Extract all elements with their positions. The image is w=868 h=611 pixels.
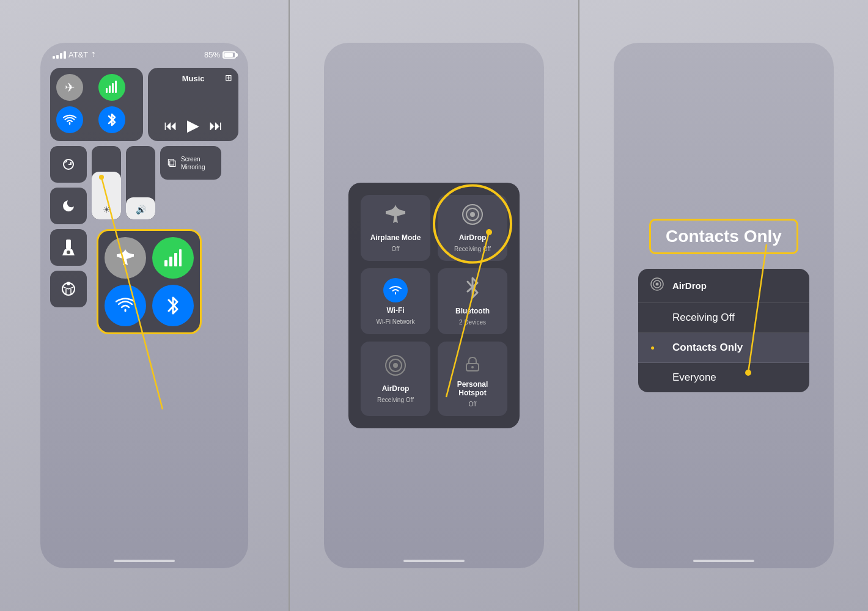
popup-bluetooth-label: Bluetooth bbox=[455, 307, 490, 315]
panel-1: AT&T ⇡ 85% ✈ bbox=[0, 0, 289, 611]
moon-icon bbox=[61, 199, 76, 213]
next-btn[interactable]: ⏭ bbox=[209, 118, 223, 134]
cellular-btn[interactable] bbox=[98, 74, 125, 101]
battery-icon bbox=[223, 51, 236, 59]
prev-btn[interactable]: ⏮ bbox=[164, 118, 177, 134]
orientation-lock-tile[interactable] bbox=[50, 146, 87, 183]
popup-wifi-sub: Wi-Fi Network bbox=[377, 318, 415, 325]
carrier-name: AT&T bbox=[68, 50, 88, 59]
svg-point-27 bbox=[656, 283, 659, 286]
side-tiles bbox=[50, 229, 87, 334]
popup-bluetooth-cell[interactable]: Bluetooth 2 Devices bbox=[438, 268, 507, 334]
cc-row-3 bbox=[50, 229, 238, 334]
signal-bar-3 bbox=[60, 53, 62, 59]
wifi-icon bbox=[63, 114, 76, 125]
popup-bluetooth-sub: 2 Devices bbox=[459, 319, 486, 326]
highlighted-connectivity-block bbox=[97, 229, 202, 334]
airplay-icon[interactable]: ⊞ bbox=[225, 73, 232, 82]
airdrop2-icon bbox=[384, 354, 406, 376]
popup-airdrop2-cell[interactable]: AirDrop Receiving Off bbox=[361, 342, 430, 416]
svg-rect-2 bbox=[112, 83, 114, 93]
airdrop-menu-icon bbox=[650, 277, 664, 291]
popup-airdrop2-label: AirDrop bbox=[382, 384, 410, 393]
svg-rect-3 bbox=[115, 81, 117, 93]
airdrop-menu: AirDrop Receiving Off ● Contacts Only Ev… bbox=[638, 269, 809, 392]
bluetooth-large-btn[interactable] bbox=[152, 285, 194, 326]
menu-contacts-only-label: Contacts Only bbox=[672, 342, 743, 354]
play-btn[interactable]: ▶ bbox=[187, 116, 199, 135]
orientation-lock-icon bbox=[61, 157, 76, 172]
menu-airdrop-icon bbox=[650, 277, 664, 294]
popup-wifi-cell[interactable]: Wi-Fi Wi-Fi Network bbox=[361, 268, 430, 334]
volume-slider[interactable]: 🔊 bbox=[126, 146, 155, 219]
popup-airdrop-cell[interactable]: AirDrop Receiving Off bbox=[438, 195, 507, 261]
menu-receiving-off-label: Receiving Off bbox=[672, 312, 735, 324]
status-bar: AT&T ⇡ 85% bbox=[40, 43, 248, 63]
popup-hotspot-label: Personal Hotspot bbox=[443, 380, 502, 397]
wifi-large-btn[interactable] bbox=[105, 285, 146, 326]
popup-wifi-label: Wi-Fi bbox=[386, 306, 404, 315]
panel-3: Contacts Only AirDrop Receiving Off bbox=[578, 0, 868, 611]
home-indicator bbox=[114, 560, 175, 562]
home-indicator-2 bbox=[403, 560, 465, 562]
music-controls: ⏮ ▶ ⏭ bbox=[155, 116, 231, 135]
phone-screen-3: Contacts Only AirDrop Receiving Off bbox=[614, 43, 834, 568]
contacts-only-label: Contacts Only bbox=[649, 219, 798, 254]
popup-airdrop-label: AirDrop bbox=[459, 233, 487, 242]
menu-contacts-only[interactable]: ● Contacts Only bbox=[638, 333, 809, 363]
svg-rect-1 bbox=[109, 86, 111, 93]
battery-area: 85% bbox=[204, 50, 236, 59]
wifi-large-icon bbox=[116, 298, 135, 313]
battery-fill bbox=[224, 53, 233, 57]
screen-mirroring-tile[interactable]: ⧉ ScreenMirroring bbox=[160, 146, 221, 180]
signal-bars bbox=[53, 51, 66, 59]
cellular-large-btn[interactable] bbox=[152, 237, 194, 279]
tile-music: ⊞ Music ⏮ ▶ ⏭ bbox=[148, 68, 238, 141]
flashlight-tile[interactable] bbox=[50, 229, 87, 266]
popup-wifi-icon bbox=[383, 278, 408, 302]
tile-connectivity-top: ✈ bbox=[50, 68, 143, 141]
popup-airplane-cell[interactable]: Airplane Mode Off bbox=[361, 195, 430, 261]
popup-airplane-icon bbox=[384, 203, 406, 230]
airdrop-popup-icon bbox=[462, 203, 484, 225]
cellular-large-icon bbox=[163, 248, 183, 268]
accessibility-tile[interactable] bbox=[50, 271, 87, 307]
svg-rect-0 bbox=[106, 88, 108, 93]
signal-bar-4 bbox=[64, 51, 66, 59]
bluetooth-popup-icon bbox=[465, 277, 480, 299]
bluetooth-large-icon bbox=[167, 296, 179, 315]
wifi-status-icon: ⇡ bbox=[90, 51, 96, 59]
brightness-slider[interactable]: ☀ bbox=[92, 146, 121, 219]
airplane-large-btn[interactable] bbox=[105, 237, 146, 279]
svg-rect-12 bbox=[179, 249, 182, 266]
cc-row-1: ✈ bbox=[50, 68, 238, 141]
cellular-icon bbox=[105, 81, 119, 94]
menu-receiving-off[interactable]: Receiving Off bbox=[638, 303, 809, 333]
airplane-popup-icon bbox=[384, 203, 406, 225]
cc-row-2: ☀ 🔊 ⧉ ScreenMirroring bbox=[50, 146, 238, 224]
menu-contacts-selected-dot: ● bbox=[650, 343, 664, 352]
bluetooth-btn[interactable] bbox=[98, 106, 125, 133]
wifi-btn[interactable] bbox=[56, 106, 83, 133]
airplane-large-icon bbox=[116, 248, 135, 268]
popup-airplane-label: Airplane Mode bbox=[370, 233, 421, 242]
menu-airdrop-label: AirDrop bbox=[672, 280, 707, 291]
do-not-disturb-tile[interactable] bbox=[50, 188, 87, 224]
popup-hotspot-cell[interactable]: Personal Hotspot Off bbox=[438, 342, 507, 416]
phone-screen-1: AT&T ⇡ 85% ✈ bbox=[40, 43, 248, 568]
svg-rect-5 bbox=[66, 240, 71, 249]
airplane-mode-btn[interactable]: ✈ bbox=[56, 74, 83, 101]
svg-rect-11 bbox=[174, 253, 177, 266]
signal-bar-2 bbox=[56, 55, 59, 59]
svg-point-22 bbox=[471, 366, 474, 368]
connectivity-grid-large bbox=[105, 237, 194, 326]
popup-hotspot-icon bbox=[462, 350, 484, 376]
screen-mirroring-icon: ⧉ bbox=[167, 156, 176, 170]
brightness-icon: ☀ bbox=[103, 205, 111, 214]
battery-percent: 85% bbox=[204, 50, 220, 59]
carrier-signal: AT&T ⇡ bbox=[53, 50, 96, 59]
menu-everyone[interactable]: Everyone bbox=[638, 363, 809, 392]
svg-point-6 bbox=[67, 251, 70, 254]
small-tiles-col bbox=[50, 146, 87, 224]
home-indicator-3 bbox=[693, 560, 754, 562]
